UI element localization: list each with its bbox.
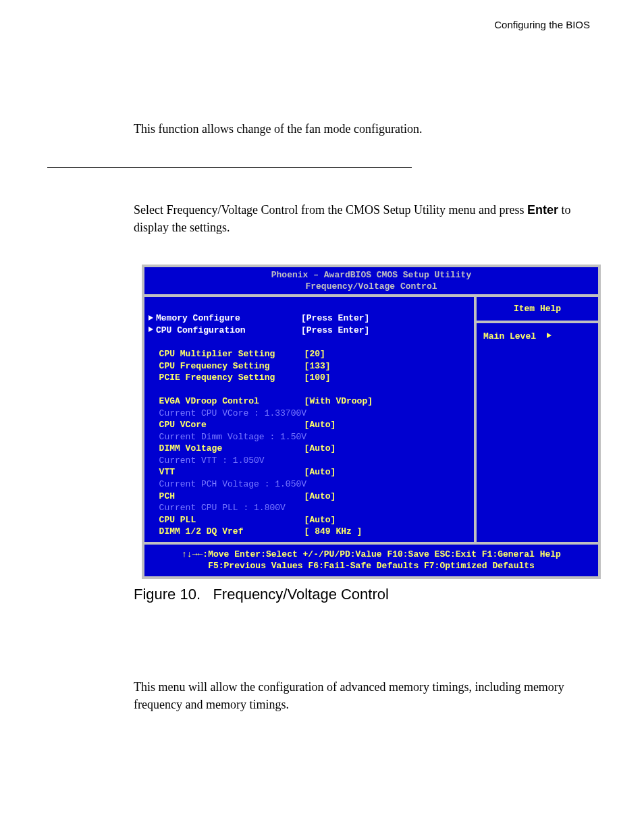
figure-caption: Figure 10. Frequency/Voltage Control xyxy=(134,586,389,603)
bios-screen: Phoenix – AwardBIOS CMOS Setup Utility F… xyxy=(142,265,601,579)
cpu-pll-value[interactable]: [Auto] xyxy=(304,514,336,526)
pcie-frequency-value[interactable]: [100] xyxy=(304,372,331,384)
triangle-right-icon xyxy=(149,315,153,321)
cpu-vcore-value[interactable]: [Auto] xyxy=(304,419,336,431)
bios-title: Phoenix – AwardBIOS CMOS Setup Utility F… xyxy=(144,267,598,294)
cpu-pll-label[interactable]: CPU PLL xyxy=(159,514,304,526)
vtt-value[interactable]: [Auto] xyxy=(304,466,336,478)
dimm-dq-vref-value[interactable]: [ 849 KHz ] xyxy=(304,526,363,538)
cpu-configuration-value[interactable]: [Press Enter] xyxy=(301,325,369,337)
evga-vdroop-value[interactable]: [With VDroop] xyxy=(304,395,373,408)
pch-label[interactable]: PCH xyxy=(159,491,304,503)
dimm-dq-vref-label[interactable]: DIMM 1/2 DQ Vref xyxy=(159,526,304,538)
triangle-right-icon xyxy=(547,333,552,338)
footer-line1: ↑↓→←:Move Enter:Select +/-/PU/PD:Value F… xyxy=(182,549,561,559)
cpu-multiplier-value[interactable]: [20] xyxy=(304,348,325,360)
item-help-body: Main Level xyxy=(477,323,598,350)
bios-title-line2: Frequency/Voltage Control xyxy=(305,281,437,292)
current-vcore-readout: Current CPU VCore : 1.33700V xyxy=(159,408,306,418)
main-level-label: Main Level xyxy=(483,331,536,341)
dimm-voltage-label[interactable]: DIMM Voltage xyxy=(159,443,304,455)
description-paragraph: This menu will allow the configuration o… xyxy=(134,678,599,713)
vtt-label[interactable]: VTT xyxy=(159,466,304,478)
instruction-paragraph: Select Frequency/Voltage Control from th… xyxy=(134,201,599,236)
divider xyxy=(47,167,412,168)
memory-configure-value[interactable]: [Press Enter] xyxy=(301,312,369,325)
current-vtt-readout: Current VTT : 1.050V xyxy=(159,456,265,466)
current-pch-readout: Current PCH Voltage : 1.050V xyxy=(159,479,306,489)
bios-footer: ↑↓→←:Move Enter:Select +/-/PU/PD:Value F… xyxy=(144,542,598,576)
pch-value[interactable]: [Auto] xyxy=(304,491,336,503)
cpu-multiplier-label[interactable]: CPU Multiplier Setting xyxy=(159,348,304,360)
cpu-vcore-label[interactable]: CPU VCore xyxy=(159,419,304,431)
cpu-configuration-label[interactable]: CPU Configuration xyxy=(156,325,301,337)
cpu-frequency-value[interactable]: [133] xyxy=(304,360,331,372)
enter-key-label: Enter xyxy=(527,203,558,217)
current-dimm-readout: Current Dimm Voltage : 1.50V xyxy=(159,432,306,442)
item-help-title: Item Help xyxy=(477,297,598,323)
memory-configure-label[interactable]: Memory Configure xyxy=(156,312,301,325)
bios-left-pane: Memory Configure[Press Enter] CPU Config… xyxy=(144,297,474,542)
instruction-text-1: Select Frequency/Voltage Control from th… xyxy=(134,203,527,217)
footer-line2: F5:Previous Values F6:Fail-Safe Defaults… xyxy=(208,561,535,571)
evga-vdroop-label[interactable]: EVGA VDroop Control xyxy=(159,395,304,408)
dimm-voltage-value[interactable]: [Auto] xyxy=(304,443,336,455)
bios-right-pane: Item Help Main Level xyxy=(474,297,598,542)
running-head: Configuring the BIOS xyxy=(494,19,590,30)
current-pll-readout: Current CPU PLL : 1.800V xyxy=(159,503,286,513)
bios-body: Memory Configure[Press Enter] CPU Config… xyxy=(144,294,598,542)
triangle-right-icon xyxy=(149,327,153,332)
cpu-frequency-label[interactable]: CPU Frequency Setting xyxy=(159,360,304,372)
figure-title: Frequency/Voltage Control xyxy=(213,586,389,603)
figure-number: Figure 10. xyxy=(134,586,200,603)
bios-title-line1: Phoenix – AwardBIOS CMOS Setup Utility xyxy=(271,270,471,280)
intro-paragraph: This function allows change of the fan m… xyxy=(134,120,593,138)
pcie-frequency-label[interactable]: PCIE Frequency Setting xyxy=(159,372,304,384)
